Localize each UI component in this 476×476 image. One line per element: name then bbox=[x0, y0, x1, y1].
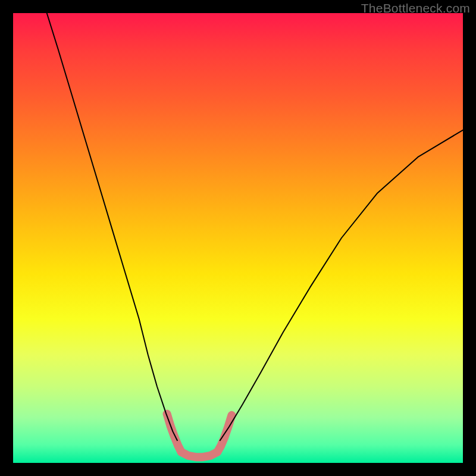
curve-layer bbox=[13, 13, 463, 463]
series-curve-right bbox=[220, 130, 463, 441]
series-highlight-bottom bbox=[181, 452, 217, 457]
watermark-text: TheBottleneck.com bbox=[361, 1, 470, 15]
plot-area bbox=[13, 13, 463, 463]
series-curve-left bbox=[47, 13, 177, 440]
chart-frame: TheBottleneck.com bbox=[0, 0, 476, 476]
